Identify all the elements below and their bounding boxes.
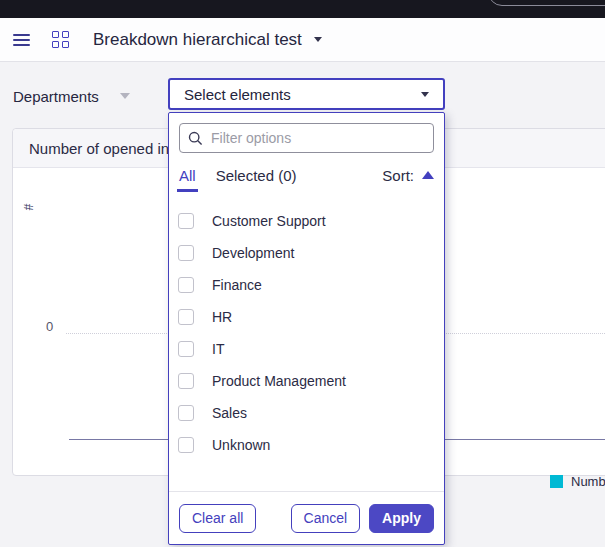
y-axis-title: # (21, 204, 35, 211)
sort-control[interactable]: Sort: (382, 167, 434, 184)
breakdown-caret-icon[interactable] (120, 93, 130, 99)
select-elements-caret-icon (421, 92, 429, 97)
checkbox[interactable] (178, 405, 194, 421)
search-icon (188, 131, 203, 146)
y-axis-tick-zero: 0 (46, 319, 53, 334)
option-hr[interactable]: HR (169, 301, 444, 333)
breakdown-dimension-label[interactable]: Departments (13, 88, 99, 105)
chart-legend[interactable]: Numb (550, 474, 605, 489)
global-search-pill[interactable] (488, 0, 605, 6)
option-label: Sales (212, 405, 247, 421)
legend-swatch-cyan (550, 475, 563, 488)
menu-hamburger-icon[interactable] (13, 31, 30, 49)
dashboard-title-caret-icon[interactable] (314, 37, 322, 42)
option-label: IT (212, 341, 224, 357)
option-label: Finance (212, 277, 262, 293)
element-picker-dropdown: All Selected (0) Sort: Customer Support … (168, 112, 445, 545)
checkbox[interactable] (178, 277, 194, 293)
tab-all[interactable]: All (179, 167, 196, 192)
select-elements-combobox[interactable]: Select elements (168, 78, 445, 110)
option-label: HR (212, 309, 232, 325)
dashboard-title: Breakdown hierarchical test (93, 30, 302, 50)
option-label: Product Management (212, 373, 346, 389)
checkbox[interactable] (178, 245, 194, 261)
top-app-bar (0, 0, 605, 18)
clear-all-button[interactable]: Clear all (179, 504, 256, 533)
dashboard-grid-icon[interactable] (52, 31, 69, 48)
option-label: Development (212, 245, 295, 261)
legend-label: Numb (571, 474, 605, 489)
checkbox[interactable] (178, 437, 194, 453)
picker-footer: Clear all Cancel Apply (169, 491, 444, 544)
apply-button[interactable]: Apply (369, 504, 434, 533)
picker-tabs: All Selected (0) Sort: (179, 157, 434, 193)
filter-field[interactable] (179, 123, 434, 153)
option-development[interactable]: Development (169, 237, 444, 269)
option-it[interactable]: IT (169, 333, 444, 365)
option-sales[interactable]: Sales (169, 397, 444, 429)
checkbox[interactable] (178, 213, 194, 229)
dashboard-header: Breakdown hierarchical test (0, 18, 605, 62)
options-list: Customer Support Development Finance HR … (169, 205, 444, 461)
sort-ascending-icon (422, 171, 434, 179)
cancel-button[interactable]: Cancel (291, 504, 361, 533)
filter-options-input[interactable] (211, 130, 425, 146)
checkbox[interactable] (178, 309, 194, 325)
tab-selected[interactable]: Selected (0) (216, 167, 297, 184)
sort-label: Sort: (382, 167, 414, 184)
option-unknown[interactable]: Unknown (169, 429, 444, 461)
option-product-management[interactable]: Product Management (169, 365, 444, 397)
select-elements-value: Select elements (184, 86, 291, 103)
option-customer-support[interactable]: Customer Support (169, 205, 444, 237)
option-finance[interactable]: Finance (169, 269, 444, 301)
checkbox[interactable] (178, 373, 194, 389)
option-label: Customer Support (212, 213, 326, 229)
option-label: Unknown (212, 437, 270, 453)
checkbox[interactable] (178, 341, 194, 357)
